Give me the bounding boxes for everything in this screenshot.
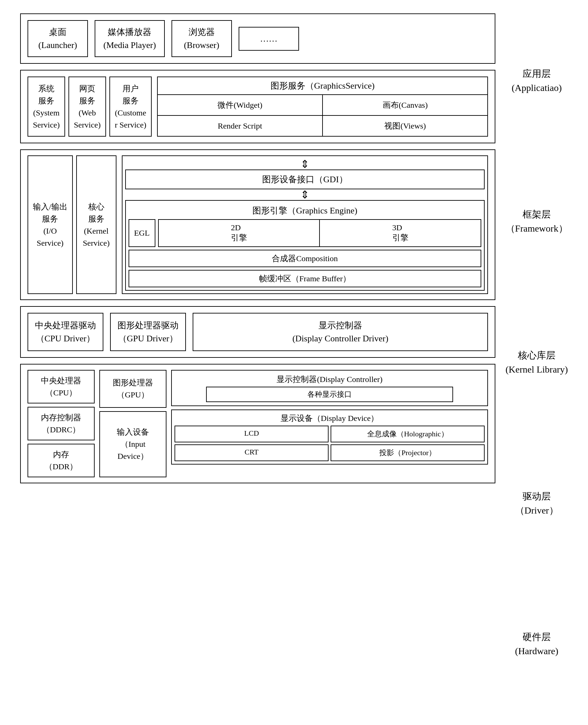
framework-layer: 系统服务(SystemService) 网页服务(WebService) 用户服… — [20, 70, 496, 143]
app-media-player: 媒体播放器 (Media Player) — [94, 20, 165, 57]
system-service-box: 系统服务(SystemService) — [27, 77, 65, 137]
egl-cell: EGL — [129, 219, 155, 247]
hw-left-col: 中央处理器（CPU） 内存控制器（DDRC） 内存（DDR） — [27, 370, 94, 477]
compositor-row: 合成器Composition — [129, 250, 482, 267]
hw-mid-col: 图形处理器（GPU） 输入设备（InputDevice） — [99, 370, 166, 477]
projector-cell: 投影（Projector） — [331, 444, 485, 461]
kernel-layer-label: 核心库层 (Kernel Library) — [505, 348, 568, 377]
diagram-area: 桌面 (Launcher) 媒体播放器 (Media Player) 浏览器 (… — [20, 14, 496, 711]
ge-title: 图形引擎（Graphics Engine) — [129, 203, 482, 219]
hw-display-device-title: 显示设备（Display Device） — [174, 413, 485, 423]
app-more: …… — [239, 27, 299, 51]
input-device-box: 输入设备（InputDevice） — [99, 411, 166, 477]
application-layer: 桌面 (Launcher) 媒体播放器 (Media Player) 浏览器 (… — [20, 14, 496, 64]
frame-buffer-row: 帧缓冲区（Frame Buffer） — [129, 270, 482, 287]
driver-layer: 中央处理器驱动（CPU Driver） 图形处理器驱动（GPU Driver） … — [20, 306, 496, 358]
framework-services: 系统服务(SystemService) 网页服务(WebService) 用户服… — [27, 77, 152, 137]
hw-display-controller-title: 显示控制器(Display Controller) — [175, 374, 484, 385]
gs-views: 视图(Views) — [322, 116, 487, 136]
hw-display-device: 显示设备（Display Device） LCD 全息成像（Holographi… — [171, 410, 488, 464]
hardware-layer: 中央处理器（CPU） 内存控制器（DDRC） 内存（DDR） 图形处理器（GPU… — [20, 364, 496, 483]
layer-labels: 应用层 (Applicatiao) 框架层 （Framework） 核心库层 (… — [496, 14, 568, 711]
graphics-service-group: 图形服务（GraphicsService) 微件(Widget) 画布(Canv… — [157, 77, 488, 137]
framework-layer-label: 框架层 （Framework） — [505, 207, 568, 236]
hw-display-controller: 显示控制器(Display Controller) 各种显示接口 — [171, 370, 488, 406]
kernel-left-services: 输入/输出服务(I/OService) 核心服务(KernelService) — [27, 156, 117, 294]
graphics-engine-group: ⇕ 图形设备接口（GDI） ⇕ 图形引擎（Graphics Engine) EG… — [122, 156, 488, 294]
hardware-layer-label: 硬件层 (Hardware) — [505, 630, 568, 658]
io-service-box: 输入/输出服务(I/OService) — [27, 156, 73, 294]
kernel-layer: 输入/输出服务(I/OService) 核心服务(KernelService) … — [20, 149, 496, 300]
gpu-driver-box: 图形处理器驱动（GPU Driver） — [110, 313, 186, 351]
ddr-box: 内存（DDR） — [27, 444, 94, 477]
gs-canvas: 画布(Canvas) — [322, 95, 487, 116]
engine-2d-3d: 2D引擎 3D引擎 — [158, 219, 482, 247]
lcd-cell: LCD — [174, 426, 329, 442]
app-browser: 浏览器 (Browser) — [171, 20, 232, 57]
gdi-box: 图形设备接口（GDI） — [125, 169, 485, 189]
app-layer-label: 应用层 (Applicatiao) — [505, 67, 568, 95]
gpu-box: 图形处理器（GPU） — [99, 370, 166, 408]
customer-service-box: 用户服务(Customer Service) — [109, 77, 152, 137]
hw-device-grid: LCD 全息成像（Holographic） CRT 投影（Projector） — [174, 426, 485, 461]
holographic-cell: 全息成像（Holographic） — [331, 426, 485, 442]
graphics-engine-inner: 图形引擎（Graphics Engine) EGL 2D引擎 3D引擎 合成器C… — [125, 200, 485, 291]
display-controller-driver-box: 显示控制器(Display Controller Driver) — [193, 313, 488, 351]
gs-render-script: Render Script — [158, 116, 322, 136]
engine-3d: 3D引擎 — [320, 220, 481, 246]
engine-2d: 2D引擎 — [159, 220, 320, 246]
ge-top-row: EGL 2D引擎 3D引擎 — [129, 219, 482, 247]
main-container: 桌面 (Launcher) 媒体播放器 (Media Player) 浏览器 (… — [20, 14, 568, 711]
driver-layer-label: 驱动层 （Driver） — [505, 489, 568, 518]
crt-cell: CRT — [174, 444, 329, 461]
cpu-box: 中央处理器（CPU） — [27, 370, 94, 403]
gs-widget: 微件(Widget) — [158, 95, 322, 116]
graphics-service-title: 图形服务（GraphicsService) — [158, 77, 487, 95]
ddrc-box: 内存控制器（DDRC） — [27, 407, 94, 440]
graphics-service-inner: 微件(Widget) 画布(Canvas) Render Script 视图(V… — [158, 95, 487, 136]
web-service-box: 网页服务(WebService) — [68, 77, 106, 137]
kernel-service-box: 核心服务(KernelService) — [76, 156, 117, 294]
app-launcher: 桌面 (Launcher) — [27, 20, 88, 57]
display-interfaces-box: 各种显示接口 — [206, 387, 453, 402]
hw-right-col: 显示控制器(Display Controller) 各种显示接口 显示设备（Di… — [171, 370, 488, 477]
cpu-driver-box: 中央处理器驱动（CPU Driver） — [27, 313, 103, 351]
